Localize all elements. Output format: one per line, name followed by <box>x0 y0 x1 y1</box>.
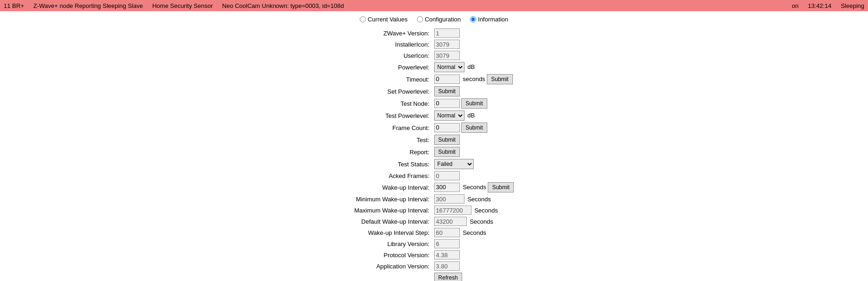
timeout-submit-button[interactable]: Submit <box>487 74 512 84</box>
frame-count-label: Frame Count: <box>352 122 432 134</box>
zwave-version-label: ZWave+ Version: <box>352 27 432 39</box>
node-id: 11 BR+ <box>4 2 24 9</box>
min-wakeup-input[interactable] <box>434 194 464 204</box>
main-content: Current Values Configuration Information… <box>0 11 868 281</box>
library-version-input[interactable] <box>434 239 460 248</box>
test-powerlevel-label: Test Powerlevel: <box>352 110 432 122</box>
library-version-label: Library Version: <box>352 238 432 249</box>
report-row: Report: Submit <box>352 146 516 158</box>
wakeup-interval-label: Wake-up Interval: <box>352 181 432 193</box>
wakeup-interval-input[interactable] <box>434 183 460 192</box>
test-submit-button[interactable]: Submit <box>434 135 460 145</box>
installer-icon-input[interactable] <box>434 40 460 49</box>
min-wakeup-unit: Seconds <box>467 196 491 203</box>
information-radio[interactable] <box>470 16 476 22</box>
max-wakeup-input[interactable] <box>434 206 471 215</box>
min-wakeup-row: Minimum Wake-up Interval: Seconds <box>352 193 516 205</box>
default-wakeup-input[interactable] <box>434 217 467 226</box>
max-wakeup-unit: Seconds <box>474 207 498 214</box>
library-version-row: Library Version: <box>352 238 516 249</box>
set-powerlevel-label: Set Powerlevel: <box>352 85 432 97</box>
installer-icon-label: InstallerIcon: <box>352 39 432 50</box>
user-icon-label: UserIcon: <box>352 50 432 61</box>
time-display: 13:42:14 <box>808 2 832 9</box>
wakeup-step-unit: Seconds <box>463 229 486 236</box>
protocol-version-label: Protocol Version: <box>352 249 432 260</box>
test-node-row: Test Node: Submit <box>352 97 516 110</box>
default-wakeup-label: Default Wake-up Interval: <box>352 216 432 227</box>
set-powerlevel-row: Set Powerlevel: Submit <box>352 85 516 97</box>
test-status-label: Test Status: <box>352 158 432 170</box>
timeout-label: Timeout: <box>352 73 432 85</box>
default-wakeup-row: Default Wake-up Interval: Seconds <box>352 216 516 227</box>
test-node-submit-button[interactable]: Submit <box>461 98 487 109</box>
wakeup-step-label: Wake-up Interval Step: <box>352 227 432 238</box>
sensor-type: Home Security Sensor <box>152 2 213 9</box>
max-wakeup-label: Maximum Wake-up Interval: <box>352 205 432 216</box>
wakeup-step-input[interactable] <box>434 228 460 237</box>
default-wakeup-unit: Seconds <box>470 218 493 225</box>
status-label: on <box>792 2 798 9</box>
acked-frames-row: Acked Frames: <box>352 170 516 181</box>
wakeup-interval-unit: Seconds <box>463 184 486 191</box>
refresh-row: Refresh <box>352 272 516 281</box>
refresh-button[interactable]: Refresh <box>434 273 462 281</box>
min-wakeup-label: Minimum Wake-up Interval: <box>352 193 432 205</box>
timeout-input[interactable] <box>434 75 460 84</box>
wakeup-step-row: Wake-up Interval Step: Seconds <box>352 227 516 238</box>
timeout-unit: seconds <box>463 75 485 82</box>
wakeup-interval-row: Wake-up Interval: Seconds Submit <box>352 181 516 193</box>
report-label: Report: <box>352 146 432 158</box>
app-version-row: Application Version: <box>352 260 516 272</box>
installer-icon-row: InstallerIcon: <box>352 39 516 50</box>
zwave-version-row: ZWave+ Version: <box>352 27 516 39</box>
test-powerlevel-row: Test Powerlevel: Normal -1dB -2dB -3dB -… <box>352 110 516 122</box>
test-powerlevel-select[interactable]: Normal -1dB -2dB -3dB -4dB -5dB -6dB -7d… <box>434 110 464 121</box>
app-version-input[interactable] <box>434 261 460 271</box>
info-form: ZWave+ Version: InstallerIcon: UserIcon: <box>352 27 516 281</box>
device-name: Neo CoolCam Unknown: type=0003, id=108d <box>222 2 344 9</box>
frame-count-submit-button[interactable]: Submit <box>461 123 487 133</box>
current-values-radio[interactable] <box>360 16 366 22</box>
test-node-input[interactable] <box>434 99 460 108</box>
test-row: Test: Submit <box>352 134 516 146</box>
test-powerlevel-unit: dB <box>467 112 475 119</box>
wakeup-interval-submit-button[interactable]: Submit <box>488 182 513 192</box>
report-submit-button[interactable]: Submit <box>434 147 460 157</box>
zwave-version-input[interactable] <box>434 28 460 38</box>
header-bar: 11 BR+ Z-Wave+ node Reporting Sleeping S… <box>0 0 868 11</box>
configuration-radio[interactable] <box>417 16 423 22</box>
configuration-radio-label[interactable]: Configuration <box>417 16 461 23</box>
frame-count-input[interactable] <box>434 123 460 132</box>
test-status-row: Test Status: Failed Success InProgress <box>352 158 516 170</box>
acked-frames-input[interactable] <box>434 171 460 180</box>
powerlevel-select[interactable]: Normal -1dB -2dB -3dB -4dB -5dB -6dB -7d… <box>434 62 464 72</box>
protocol-version-input[interactable] <box>434 250 460 260</box>
acked-frames-label: Acked Frames: <box>352 170 432 181</box>
user-icon-row: UserIcon: <box>352 50 516 61</box>
test-label: Test: <box>352 134 432 146</box>
set-powerlevel-submit-button[interactable]: Submit <box>434 86 460 96</box>
powerlevel-label: Powerlevel: <box>352 61 432 73</box>
powerlevel-row: Powerlevel: Normal -1dB -2dB -3dB -4dB -… <box>352 61 516 73</box>
information-radio-label[interactable]: Information <box>470 16 508 23</box>
current-values-radio-label[interactable]: Current Values <box>360 16 408 23</box>
max-wakeup-row: Maximum Wake-up Interval: Seconds <box>352 205 516 216</box>
powerlevel-unit: dB <box>467 63 475 70</box>
sleeping-status: Sleeping <box>841 2 864 9</box>
protocol-version-row: Protocol Version: <box>352 249 516 260</box>
timeout-row: Timeout: seconds Submit <box>352 73 516 85</box>
node-type: Z-Wave+ node Reporting Sleeping Slave <box>34 2 143 9</box>
view-selector: Current Values Configuration Information <box>9 16 859 23</box>
test-status-select[interactable]: Failed Success InProgress <box>434 159 474 169</box>
user-icon-input[interactable] <box>434 51 460 60</box>
app-version-label: Application Version: <box>352 260 432 272</box>
frame-count-row: Frame Count: Submit <box>352 122 516 134</box>
test-node-label: Test Node: <box>352 97 432 110</box>
